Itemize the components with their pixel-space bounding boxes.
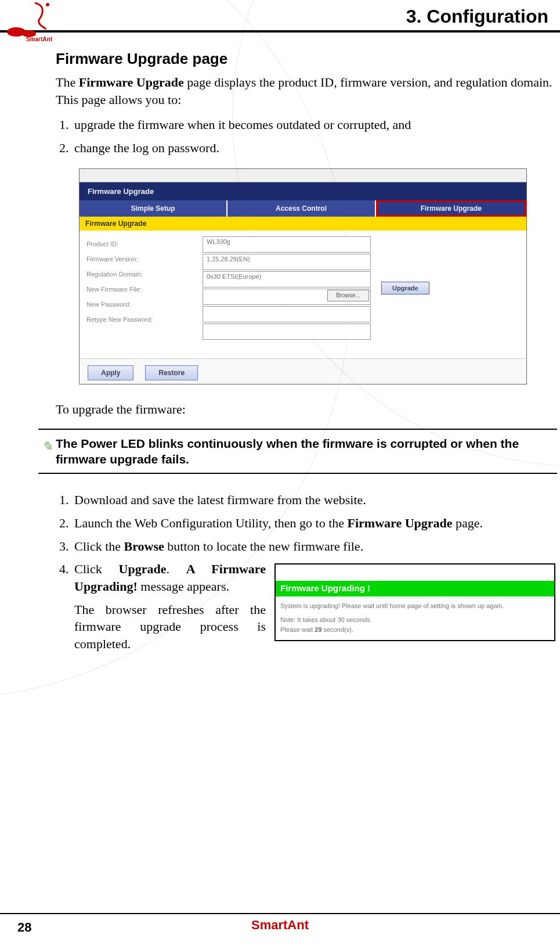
- upgrade-intro: To upgrade the firmware:: [56, 402, 557, 417]
- text: The browser refreshes after the firmware…: [74, 602, 266, 651]
- list-item: Download and save the latest firmware fr…: [72, 491, 557, 509]
- text: Click the: [74, 539, 124, 553]
- popup-countdown: Please wait 29 second(s).: [280, 625, 550, 635]
- text-bold: Firmware Upgrade: [348, 516, 453, 530]
- popup-message: System is upgrading! Please wait until h…: [280, 601, 550, 611]
- svg-point-0: [46, 3, 49, 6]
- label-product-id: Product ID:: [86, 236, 203, 251]
- list-item: change the log on password.: [72, 139, 557, 157]
- browse-button[interactable]: Browse...: [327, 290, 369, 301]
- chapter-title: 3. Configuration: [0, 6, 560, 30]
- text: .: [166, 562, 186, 576]
- upgrade-steps: Download and save the latest firmware fr…: [56, 491, 557, 653]
- field-new-firmware-file[interactable]: Browse...: [203, 289, 371, 305]
- field-new-password[interactable]: [203, 306, 371, 322]
- window-titlebar: [80, 169, 526, 182]
- document-header: SmartAnt 3. Configuration: [0, 0, 560, 33]
- text: button to locate the new firmware file.: [164, 539, 363, 553]
- footer-brand: SmartAnt: [0, 918, 560, 933]
- firmware-upgrade-screenshot: Firmware Upgrade Simple Setup Access Con…: [79, 168, 527, 384]
- label-regulation-domain: Regulation Domain:: [86, 267, 203, 282]
- form-labels: Product ID: Firmware Version: Regulation…: [86, 236, 203, 341]
- field-retype-password[interactable]: [203, 323, 371, 340]
- popup-header: Firmware Upgrading !: [276, 581, 554, 596]
- list-item: upgrade the firmware when it becomes out…: [72, 116, 557, 134]
- popup-note: Note: It takes about 30 seconds.: [280, 615, 550, 625]
- list-item: Click the Browse button to locate the ne…: [72, 538, 557, 555]
- text: Please wait: [280, 626, 315, 633]
- restore-button[interactable]: Restore: [145, 365, 198, 380]
- note-pencil-icon: ✎: [38, 436, 56, 454]
- text-bold: Upgrade: [119, 562, 167, 576]
- popup-body: System is upgrading! Please wait until h…: [276, 596, 554, 641]
- note-box: ✎ The Power LED blinks continuously when…: [38, 429, 557, 474]
- text: Launch the Web Configuration Utility, th…: [74, 516, 348, 530]
- svg-text:SmartAnt: SmartAnt: [26, 36, 53, 42]
- page-content: Firmware Upgrade page The Firmware Upgra…: [0, 33, 560, 653]
- capability-list: upgrade the firmware when it becomes out…: [56, 116, 557, 156]
- countdown-value: 29: [315, 626, 321, 633]
- field-firmware-version: 1.25.28.29(EN): [203, 254, 371, 270]
- label-retype-password: Retype New Password:: [86, 312, 203, 327]
- tab-simple-setup[interactable]: Simple Setup: [80, 200, 227, 217]
- label-new-password: New Password:: [86, 297, 203, 312]
- text-bold: Firmware Upgrade: [79, 75, 184, 89]
- label-new-firmware-file: New Firmware File:: [86, 282, 203, 297]
- text: second(s).: [322, 626, 353, 633]
- apply-button[interactable]: Apply: [88, 365, 133, 380]
- page-number: 28: [17, 920, 31, 935]
- note-text: The Power LED blinks continuously when t…: [56, 436, 557, 468]
- section-title: Firmware Upgrade page: [56, 50, 557, 68]
- tab-bar: Simple Setup Access Control Firmware Upg…: [80, 200, 526, 217]
- intro-paragraph: The Firmware Upgrade page displays the p…: [56, 74, 557, 108]
- text: The: [56, 75, 79, 89]
- firmware-upgrading-popup: Firmware Upgrading ! System is upgrading…: [274, 563, 555, 641]
- field-regulation-domain: 0x30 ETSI(Europe): [203, 271, 371, 287]
- text: Click: [74, 562, 119, 576]
- upgrade-button[interactable]: Upgrade: [381, 282, 429, 294]
- panel-title: Firmware Upgrade: [80, 182, 526, 200]
- document-footer: 28 SmartAnt: [0, 913, 560, 933]
- form-fields: WL330g 1.25.28.29(EN) 0x30 ETSI(Europe) …: [203, 236, 371, 341]
- text: page.: [453, 516, 483, 530]
- dialog-footer: Apply Restore: [80, 358, 526, 384]
- smartant-logo-icon: SmartAnt: [6, 0, 64, 44]
- section-header-yellow: Firmware Upgrade: [80, 217, 526, 231]
- text-bold: Browse: [124, 539, 164, 553]
- list-item: Click Upgrade. A Firmware Upgrading! mes…: [72, 560, 557, 652]
- tab-firmware-upgrade[interactable]: Firmware Upgrade: [376, 200, 526, 217]
- field-product-id: WL330g: [203, 236, 371, 253]
- label-firmware-version: Firmware Version:: [86, 251, 203, 267]
- list-item: Launch the Web Configuration Utility, th…: [72, 515, 557, 532]
- text: message appears.: [138, 579, 229, 594]
- tab-access-control[interactable]: Access Control: [227, 200, 375, 217]
